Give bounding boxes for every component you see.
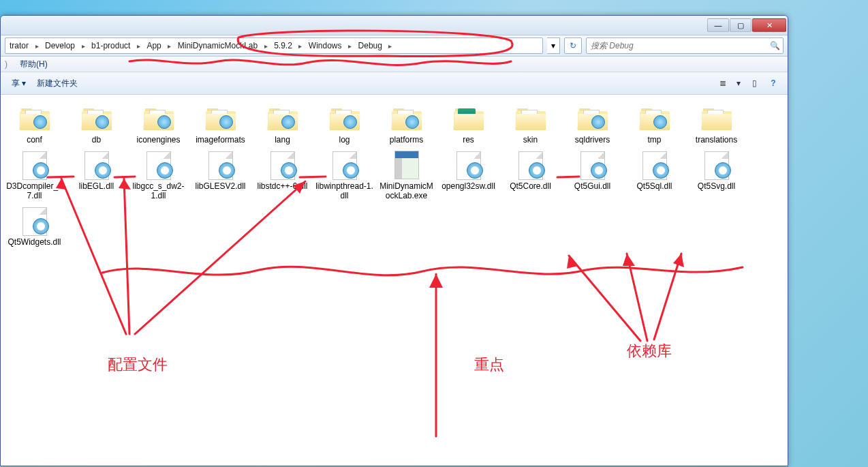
dll-file-icon <box>204 151 237 179</box>
folder-item[interactable]: iconengines <box>127 102 189 148</box>
preview-pane-button[interactable]: ▯ <box>745 75 763 91</box>
chevron-right-icon[interactable]: ▸ <box>386 42 394 50</box>
folder-item[interactable]: db <box>65 102 127 148</box>
item-label: skin <box>522 135 539 145</box>
view-mode-button[interactable]: ≣ <box>714 75 732 91</box>
file-item[interactable]: libGLESV2.dll <box>189 148 251 204</box>
menu-help[interactable]: 帮助(H) <box>14 57 53 72</box>
folder-item[interactable]: res <box>437 102 499 148</box>
close-button[interactable]: ✕ <box>752 18 786 32</box>
folder-item[interactable]: log <box>313 102 375 148</box>
refresh-icon: ↻ <box>570 41 576 50</box>
folder-item[interactable]: platforms <box>375 102 437 148</box>
search-icon: 🔍 <box>770 41 780 50</box>
item-label: libEGL.dll <box>78 181 115 191</box>
maximize-button[interactable]: ▢ <box>730 18 751 32</box>
file-item[interactable]: Qt5Svg.dll <box>685 148 747 204</box>
item-label: imageformats <box>194 135 247 145</box>
breadcrumb-segment[interactable]: App <box>142 38 165 53</box>
item-label: libstdc++-6.dll <box>255 181 309 191</box>
minimize-button[interactable]: — <box>707 18 729 32</box>
breadcrumb-segment[interactable]: MiniDynamicMockLab <box>174 38 262 53</box>
item-label: iconengines <box>135 135 181 145</box>
file-item[interactable]: Qt5Core.dll <box>499 148 561 204</box>
help-button[interactable]: ? <box>764 75 782 91</box>
item-label: Qt5Widgets.dll <box>6 237 62 247</box>
search-box[interactable]: 🔍 <box>586 37 784 54</box>
folder-item[interactable]: imageformats <box>189 102 251 148</box>
item-label: libGLESV2.dll <box>193 181 247 191</box>
item-label: lang <box>273 135 292 145</box>
file-item[interactable]: Qt5Widgets.dll <box>3 204 65 250</box>
new-folder-button[interactable]: 新建文件夹 <box>31 76 83 91</box>
item-label: res <box>461 135 476 145</box>
file-item[interactable]: opengl32sw.dll <box>437 148 499 204</box>
dll-file-icon <box>452 151 485 179</box>
breadcrumb-segment[interactable]: 5.9.2 <box>270 38 296 53</box>
chevron-down-icon: ▾ <box>737 78 741 88</box>
item-label: sqldrivers <box>574 135 611 145</box>
file-item-exe[interactable]: MiniDynamicMockLab.exe <box>375 148 437 204</box>
chevron-right-icon[interactable]: ▸ <box>166 42 174 50</box>
address-dropdown[interactable]: ▾ <box>547 37 560 54</box>
folder-icon <box>80 105 113 132</box>
chevron-right-icon[interactable]: ▸ <box>346 42 354 50</box>
breadcrumb-segment[interactable]: trator <box>5 38 33 53</box>
folder-icon <box>514 105 547 132</box>
folder-item[interactable]: skin <box>499 102 561 148</box>
chevron-right-icon[interactable]: ▸ <box>296 42 305 50</box>
explorer-window: — ▢ ✕ trator▸Develop▸b1-product▸App▸Mini… <box>0 15 788 466</box>
dll-file-icon <box>638 151 671 179</box>
dll-file-icon <box>18 207 51 235</box>
folder-icon <box>18 105 51 132</box>
item-label: Qt5Core.dll <box>508 181 553 191</box>
view-mode-dropdown[interactable]: ▾ <box>733 75 744 91</box>
folder-item[interactable]: lang <box>251 102 313 148</box>
chevron-right-icon[interactable]: ▸ <box>79 42 87 50</box>
folder-item[interactable]: sqldrivers <box>561 102 623 148</box>
exe-file-icon <box>390 151 423 179</box>
preview-icon: ▯ <box>752 78 757 88</box>
file-pane[interactable]: confdbiconenginesimageformatslanglogplat… <box>1 95 788 466</box>
search-input[interactable] <box>589 40 770 51</box>
folder-icon <box>142 105 175 132</box>
item-label: Qt5Gui.dll <box>573 181 612 191</box>
item-label: Qt5Svg.dll <box>696 181 737 191</box>
folder-icon <box>266 105 299 132</box>
file-item[interactable]: libwinpthread-1.dll <box>313 148 375 204</box>
file-item[interactable]: Qt5Gui.dll <box>561 148 623 204</box>
item-label: libwinpthread-1.dll <box>314 181 375 200</box>
folder-item[interactable]: translations <box>685 102 747 148</box>
file-item[interactable]: libEGL.dll <box>65 148 127 204</box>
close-icon: ✕ <box>766 21 773 30</box>
folder-icon <box>452 105 485 132</box>
toolbar: 享 ▾ 新建文件夹 ≣ ▾ ▯ ? <box>1 72 788 95</box>
titlebar: — ▢ ✕ <box>1 16 788 35</box>
item-label: MiniDynamicMockLab.exe <box>376 181 437 200</box>
minimize-icon: — <box>715 21 722 29</box>
file-item[interactable]: libstdc++-6.dll <box>251 148 313 204</box>
share-button[interactable]: 享 ▾ <box>6 76 31 91</box>
chevron-right-icon[interactable]: ▸ <box>262 42 270 50</box>
folder-item[interactable]: tmp <box>623 102 685 148</box>
file-item[interactable]: libgcc_s_dw2-1.dll <box>127 148 189 204</box>
file-item[interactable]: Qt5Sql.dll <box>623 148 685 204</box>
breadcrumb-segment[interactable]: Debug <box>354 38 386 53</box>
dll-file-icon <box>80 151 113 179</box>
breadcrumb-segment[interactable]: Windows <box>305 38 346 53</box>
dll-file-icon <box>514 151 547 179</box>
menu-bar: ) 帮助(H) <box>1 57 788 72</box>
chevron-right-icon[interactable]: ▸ <box>33 42 41 50</box>
address-bar-row: trator▸Develop▸b1-product▸App▸MiniDynami… <box>1 35 788 57</box>
item-label: conf <box>25 135 44 145</box>
refresh-button[interactable]: ↻ <box>564 37 582 54</box>
dll-file-icon <box>142 151 175 179</box>
item-label: log <box>337 135 351 145</box>
breadcrumb-segment[interactable]: b1-product <box>87 38 134 53</box>
dll-file-icon <box>18 151 51 179</box>
folder-item[interactable]: conf <box>3 102 65 148</box>
breadcrumb[interactable]: trator▸Develop▸b1-product▸App▸MiniDynami… <box>5 37 543 54</box>
file-item[interactable]: D3Dcompiler_47.dll <box>3 148 65 204</box>
chevron-right-icon[interactable]: ▸ <box>134 42 142 50</box>
breadcrumb-segment[interactable]: Develop <box>41 38 79 53</box>
